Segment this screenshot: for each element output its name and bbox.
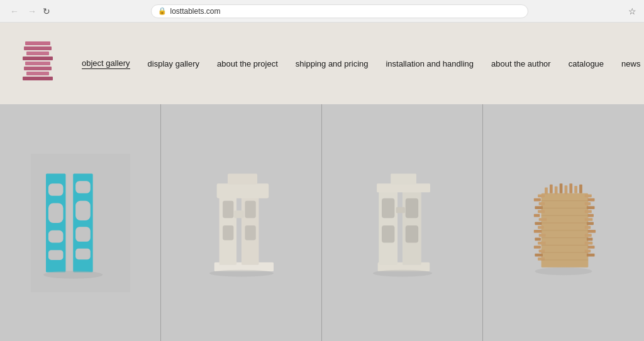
nav-shipping-pricing[interactable]: shipping and pricing	[296, 59, 369, 68]
address-bar[interactable]: 🔒 losttablets.com	[151, 4, 528, 18]
svg-rect-71	[587, 222, 594, 225]
browser-navigation[interactable]: ← → ↻	[8, 5, 50, 18]
svg-rect-64	[585, 194, 592, 197]
svg-rect-69	[588, 214, 594, 217]
svg-rect-86	[574, 186, 577, 193]
svg-rect-57	[539, 234, 546, 237]
svg-rect-74	[585, 234, 592, 237]
bookmark-button[interactable]: ☆	[628, 6, 636, 16]
nav-catalogue[interactable]: catalogue	[569, 59, 604, 68]
svg-rect-61	[539, 249, 545, 252]
svg-rect-13	[48, 230, 63, 242]
svg-point-97	[535, 267, 592, 275]
forward-button[interactable]: →	[25, 5, 39, 18]
gallery-item-1[interactable]	[0, 104, 161, 341]
svg-rect-18	[75, 227, 91, 242]
svg-rect-84	[565, 185, 568, 194]
svg-rect-16	[75, 181, 91, 193]
svg-rect-26	[223, 200, 233, 218]
svg-rect-2	[26, 51, 49, 55]
svg-rect-29	[245, 225, 255, 240]
nav-news[interactable]: news	[621, 59, 640, 68]
svg-rect-47	[538, 194, 545, 197]
refresh-button[interactable]: ↻	[43, 6, 50, 16]
svg-rect-6	[26, 72, 49, 75]
url-text: losttablets.com	[170, 7, 521, 16]
svg-rect-37	[377, 183, 430, 192]
nav-object-gallery[interactable]: object gallery	[82, 58, 130, 69]
svg-rect-38	[382, 198, 394, 217]
svg-rect-81	[550, 184, 553, 193]
svg-rect-7	[23, 77, 53, 80]
svg-rect-19	[75, 248, 91, 259]
gallery-grid	[0, 104, 644, 341]
svg-rect-27	[223, 225, 233, 240]
svg-rect-66	[585, 202, 591, 205]
svg-rect-4	[25, 62, 50, 65]
svg-rect-76	[585, 241, 593, 244]
svg-rect-3	[23, 57, 53, 60]
svg-rect-68	[585, 210, 592, 213]
svg-rect-52	[534, 214, 540, 217]
svg-rect-77	[588, 246, 595, 249]
lock-icon: 🔒	[158, 7, 167, 15]
svg-rect-14	[48, 250, 63, 260]
svg-point-20	[43, 271, 103, 279]
svg-rect-78	[585, 249, 591, 252]
gallery-item-3[interactable]	[322, 104, 483, 341]
svg-rect-49	[539, 202, 545, 205]
gallery-item-2[interactable]	[161, 104, 322, 341]
svg-rect-65	[588, 198, 595, 201]
svg-rect-62	[535, 253, 543, 256]
svg-rect-25	[216, 183, 269, 198]
svg-rect-73	[588, 230, 596, 233]
svg-rect-31	[228, 173, 257, 184]
svg-rect-75	[587, 237, 592, 241]
svg-rect-60	[534, 246, 541, 249]
svg-rect-85	[569, 183, 572, 193]
nav-display-gallery[interactable]: display gallery	[148, 59, 199, 68]
svg-rect-17	[75, 200, 91, 220]
svg-rect-1	[24, 46, 52, 50]
svg-rect-39	[382, 225, 394, 242]
svg-rect-50	[535, 206, 543, 209]
site-header: object gallery display gallery about the…	[0, 23, 644, 104]
svg-rect-42	[396, 207, 404, 212]
svg-rect-41	[405, 225, 418, 242]
svg-rect-87	[579, 184, 582, 193]
svg-rect-83	[560, 183, 563, 193]
svg-rect-55	[538, 225, 543, 229]
svg-rect-51	[538, 210, 545, 213]
svg-point-32	[209, 269, 273, 276]
svg-rect-79	[587, 253, 595, 256]
svg-rect-28	[245, 200, 255, 218]
svg-rect-70	[585, 218, 593, 221]
nav-about-project[interactable]: about the project	[217, 59, 278, 68]
back-button[interactable]: ←	[8, 5, 21, 18]
svg-rect-5	[24, 67, 52, 70]
svg-rect-80	[545, 187, 548, 194]
svg-rect-72	[585, 225, 591, 229]
svg-rect-48	[534, 198, 541, 201]
svg-rect-40	[405, 198, 418, 217]
svg-point-44	[372, 269, 431, 276]
svg-rect-82	[555, 186, 558, 194]
site-logo[interactable]	[19, 38, 57, 89]
svg-rect-43	[391, 173, 416, 184]
svg-rect-56	[534, 230, 542, 233]
svg-rect-67	[587, 206, 595, 209]
svg-rect-53	[539, 218, 547, 221]
gallery-item-4[interactable]	[483, 104, 644, 341]
svg-rect-58	[535, 237, 540, 241]
browser-chrome: ← → ↻ 🔒 losttablets.com ☆	[0, 0, 644, 23]
nav-about-author[interactable]: about the author	[491, 59, 551, 68]
svg-rect-11	[48, 183, 63, 196]
nav-installation-handling[interactable]: installation and handling	[386, 59, 474, 68]
svg-rect-54	[535, 222, 541, 225]
svg-rect-30	[234, 210, 244, 218]
main-navigation: object gallery display gallery about the…	[82, 58, 644, 69]
svg-rect-0	[25, 41, 50, 45]
svg-rect-12	[48, 203, 63, 222]
svg-rect-59	[538, 241, 546, 244]
